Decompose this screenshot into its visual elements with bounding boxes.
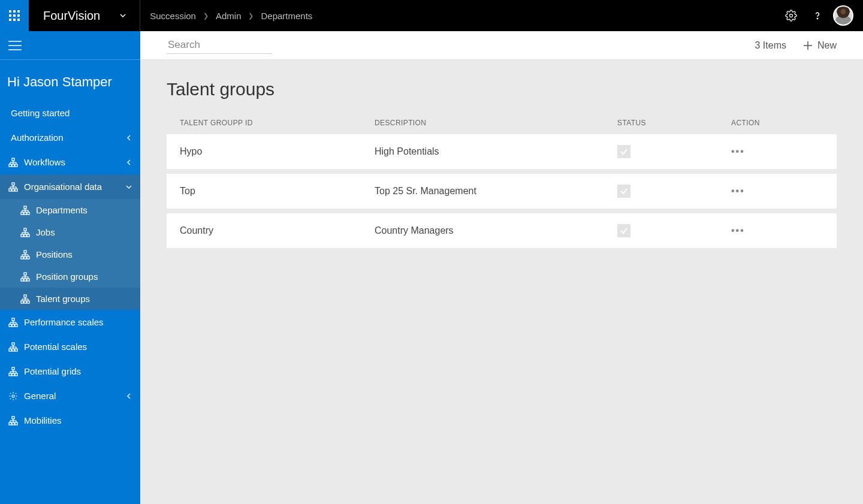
col-header: TALENT GROUPP ID [180,119,375,127]
svg-rect-2 [17,10,20,13]
status-checkbox[interactable] [617,224,630,237]
sidebar-item[interactable]: General [0,384,140,408]
svg-rect-26 [15,189,17,191]
check-icon [620,227,628,235]
breadcrumb-item[interactable]: Succession [150,11,196,21]
toolbar: 3 Items New [140,31,863,60]
sidebar-subitem-label: Jobs [36,227,55,237]
chevron-left-icon [126,157,132,167]
help-button[interactable] [804,0,831,31]
svg-rect-61 [24,279,26,281]
org-chart-icon [8,416,18,425]
org-chart-icon [20,272,30,282]
svg-rect-59 [24,273,26,275]
svg-rect-105 [12,417,14,419]
sidebar-item-label: Getting started [11,108,70,118]
svg-rect-6 [9,19,11,21]
sidebar: Hi Jason Stamper Getting startedAuthoriz… [0,31,140,504]
svg-rect-80 [15,324,17,327]
app-launcher-button[interactable] [0,0,29,31]
sidebar-toggle[interactable] [0,31,140,60]
svg-rect-32 [24,206,26,209]
sidebar-subitem[interactable]: Position groups [0,265,140,288]
svg-rect-106 [9,422,11,425]
sidebar-item-label: Workflows [24,157,65,167]
svg-rect-86 [12,343,14,345]
org-chart-icon [20,294,30,304]
search-input[interactable] [167,37,272,54]
svg-rect-77 [12,318,14,321]
sidebar-item[interactable]: Getting started [0,101,140,125]
svg-rect-95 [12,367,14,370]
sidebar-subitem[interactable]: Departments [0,199,140,221]
cell-desc: High Potentials [375,146,617,157]
svg-rect-79 [12,324,14,327]
svg-rect-25 [12,189,14,191]
sidebar-item[interactable]: Potential scales [0,334,140,359]
svg-rect-108 [15,422,17,425]
sidebar-item[interactable]: Authorization [0,125,140,150]
sidebar-subitem[interactable]: Positions [0,243,140,265]
cell-desc: Top 25 Sr. Management [375,186,617,197]
svg-rect-68 [24,295,26,297]
item-count: 3 Items [755,40,786,51]
breadcrumb-item[interactable]: Admin [216,11,242,21]
cell-action: ••• [731,186,823,197]
sidebar-item-label: Performance scales [24,317,104,327]
sidebar-subitem[interactable]: Jobs [0,221,140,243]
table-row[interactable]: HypoHigh Potentials••• [167,134,837,169]
svg-rect-15 [9,164,11,167]
brand-switcher[interactable]: FourVision [29,0,140,31]
sidebar-item-label: Mobilities [24,415,62,425]
status-checkbox[interactable] [617,185,630,198]
svg-rect-41 [24,228,26,231]
svg-point-9 [790,14,793,17]
svg-rect-107 [12,422,14,425]
topbar: FourVision Succession ❯ Admin ❯ Departme… [0,0,863,31]
question-icon [811,10,823,22]
svg-rect-14 [12,158,14,161]
svg-rect-44 [27,234,29,237]
more-actions-button[interactable]: ••• [731,186,745,196]
svg-point-104 [12,395,14,397]
svg-rect-1 [13,10,16,13]
cell-status [617,185,731,198]
svg-rect-43 [24,234,26,237]
main: 3 Items New Talent groups TALENT GROUPP … [140,31,863,504]
svg-rect-70 [24,301,26,303]
sidebar-item[interactable]: Organisational data [0,174,140,199]
svg-rect-51 [21,256,23,259]
sidebar-subitem[interactable]: Talent groups [0,288,140,310]
svg-rect-4 [13,14,16,17]
org-chart-icon [8,318,18,327]
svg-rect-23 [12,183,14,185]
table-row[interactable]: TopTop 25 Sr. Management••• [167,174,837,209]
more-actions-button[interactable]: ••• [731,146,745,156]
check-icon [620,147,628,156]
more-actions-button[interactable]: ••• [731,225,745,236]
cell-status [617,145,731,158]
col-header: DESCRIPTION [375,119,617,127]
check-icon [620,187,628,195]
sidebar-item[interactable]: Potential grids [0,359,140,384]
svg-rect-24 [9,189,11,191]
table-row[interactable]: CountryCountry Managers••• [167,213,837,248]
sidebar-item[interactable]: Performance scales [0,310,140,334]
sidebar-item[interactable]: Mobilities [0,408,140,433]
sidebar-item-label: Organisational data [24,182,102,192]
avatar[interactable] [833,5,853,26]
settings-button[interactable] [778,0,804,31]
sidebar-item-label: General [24,391,56,401]
chevron-down-icon [126,182,132,192]
breadcrumb-item[interactable]: Departments [261,11,312,21]
svg-rect-62 [27,279,29,281]
svg-rect-69 [21,301,23,303]
svg-rect-96 [9,373,11,376]
svg-rect-33 [21,212,23,215]
greeting: Hi Jason Stamper [0,60,140,101]
svg-rect-52 [24,256,26,259]
table-header: TALENT GROUPP ID DESCRIPTION STATUS ACTI… [167,119,837,134]
status-checkbox[interactable] [617,145,630,158]
new-button[interactable]: New [803,40,837,51]
sidebar-item[interactable]: Workflows [0,150,140,174]
